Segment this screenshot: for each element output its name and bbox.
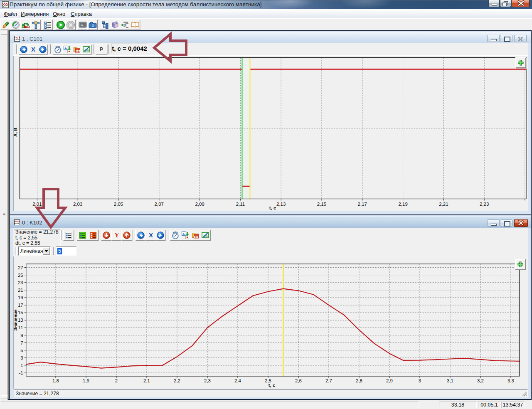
svg-text:2,05: 2,05 — [114, 202, 123, 207]
svg-text:2,13: 2,13 — [276, 202, 286, 207]
svg-text:2,9: 2,9 — [386, 378, 393, 383]
svg-text:19: 19 — [18, 295, 23, 300]
svg-text:1,8: 1,8 — [52, 378, 59, 383]
svg-text:2,7: 2,7 — [325, 378, 332, 383]
svg-text:2,21: 2,21 — [439, 202, 448, 207]
svg-text:-1: -1 — [19, 370, 23, 375]
svg-text:2,8: 2,8 — [356, 378, 362, 383]
svg-text:2,17: 2,17 — [358, 202, 367, 207]
svg-text:2: 2 — [115, 378, 118, 383]
svg-text:Y: Y — [114, 232, 119, 239]
svg-text:3,2: 3,2 — [477, 378, 484, 383]
svg-text:25: 25 — [18, 273, 23, 278]
svg-text:17: 17 — [18, 303, 23, 308]
svg-text:t, c: t, c — [268, 383, 276, 388]
svg-text:2,07: 2,07 — [155, 202, 164, 207]
svg-text:2,11: 2,11 — [236, 202, 245, 207]
svg-text:t, c: t, c — [269, 205, 276, 210]
svg-text:11: 11 — [18, 325, 23, 330]
svg-text:21: 21 — [18, 288, 23, 293]
svg-text:ca: ca — [81, 24, 84, 26]
svg-text:9: 9 — [20, 333, 23, 338]
svg-text:2,09: 2,09 — [195, 202, 204, 207]
svg-text:3,3: 3,3 — [507, 378, 514, 383]
svg-text:3: 3 — [20, 355, 23, 360]
svg-text:2,3: 2,3 — [204, 378, 211, 383]
svg-text:2,6: 2,6 — [295, 378, 302, 383]
svg-text:X: X — [148, 232, 153, 239]
svg-text:5: 5 — [20, 348, 23, 353]
svg-text:7: 7 — [20, 340, 23, 345]
svg-text:2,23: 2,23 — [480, 202, 489, 207]
svg-text:2,03: 2,03 — [73, 202, 82, 207]
svg-text:2,2: 2,2 — [174, 378, 180, 383]
svg-text:15: 15 — [18, 310, 23, 315]
svg-text:3: 3 — [419, 378, 421, 383]
svg-text:1: 1 — [20, 363, 23, 368]
svg-text:А, В: А, В — [13, 128, 18, 137]
svg-text:Значение: Значение — [13, 309, 18, 330]
svg-text:2,1: 2,1 — [143, 378, 150, 383]
svg-text:2,19: 2,19 — [398, 202, 407, 207]
svg-text:1,9: 1,9 — [83, 378, 89, 383]
svg-text:X: X — [31, 46, 35, 53]
svg-text:3,1: 3,1 — [447, 378, 453, 383]
svg-text:27: 27 — [18, 265, 23, 270]
svg-text:2,15: 2,15 — [317, 202, 326, 207]
svg-text:23: 23 — [18, 280, 23, 285]
svg-text:2,4: 2,4 — [234, 378, 241, 383]
svg-text:13: 13 — [18, 318, 23, 323]
